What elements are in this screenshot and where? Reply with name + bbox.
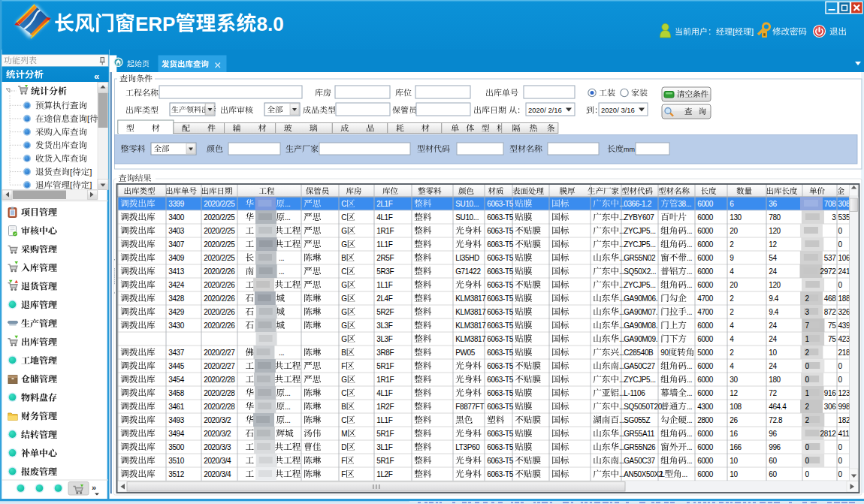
svg-text:423: 423: [838, 335, 851, 343]
svg-text:2: 2: [730, 308, 734, 316]
svg-text:780: 780: [769, 213, 781, 222]
svg-text:ERP: ERP: [135, 13, 175, 35]
svg-text:L: L: [660, 470, 665, 478]
svg-text:6063-T5: 6063-T5: [487, 254, 514, 262]
svg-text:130: 130: [730, 213, 742, 222]
svg-text:0: 0: [838, 362, 843, 370]
svg-text:3400: 3400: [168, 213, 185, 222]
svg-text:6000: 6000: [697, 267, 714, 276]
svg-text:2020/2/25: 2020/2/25: [204, 240, 235, 249]
svg-text:3454: 3454: [168, 376, 185, 384]
svg-text:2812: 2812: [820, 430, 837, 438]
svg-text:3430: 3430: [168, 321, 185, 330]
svg-text:B: B: [341, 349, 346, 357]
svg-text:5R1F: 5R1F: [376, 362, 394, 370]
svg-text:4700: 4700: [697, 294, 714, 303]
svg-text:G71422: G71422: [455, 267, 481, 276]
svg-text:1L1F: 1L1F: [376, 281, 393, 289]
svg-text:6000: 6000: [697, 281, 714, 289]
svg-text:123: 123: [838, 389, 851, 397]
svg-text:ZYCJP5...: ZYCJP5...: [624, 240, 655, 249]
svg-text:...: ...: [285, 403, 290, 411]
svg-text:120: 120: [769, 281, 781, 289]
svg-text:GA90M07.: GA90M07.: [624, 308, 657, 316]
svg-text:2020/3/2: 2020/3/2: [204, 416, 231, 424]
svg-text:3445: 3445: [168, 362, 185, 370]
svg-text:KLM3817: KLM3817: [455, 335, 486, 343]
svg-text:3510: 3510: [168, 457, 185, 465]
svg-text:6063-T5: 6063-T5: [487, 443, 514, 451]
svg-text:6063-T5: 6063-T5: [487, 281, 514, 289]
svg-text:3494: 3494: [168, 430, 185, 438]
svg-text:2: 2: [805, 294, 810, 303]
svg-text:...: ...: [687, 308, 692, 316]
svg-text:...: ...: [687, 457, 692, 465]
svg-text:L-1106: L-1106: [624, 389, 645, 397]
svg-text:F: F: [341, 470, 346, 478]
svg-text:2020/2/26: 2020/2/26: [204, 267, 235, 276]
svg-text:...: ...: [687, 376, 692, 384]
svg-text:LT3P60: LT3P60: [455, 443, 480, 451]
svg-text:«: «: [94, 71, 99, 82]
svg-text:...: ...: [687, 416, 692, 424]
svg-text:F: F: [341, 362, 346, 370]
svg-text:ZYBY607: ZYBY607: [624, 213, 654, 222]
svg-text:6000: 6000: [697, 227, 714, 235]
svg-text:C: C: [341, 267, 346, 276]
svg-text:3461: 3461: [168, 403, 185, 411]
svg-text:2020/2/25: 2020/2/25: [204, 254, 235, 262]
svg-text:3409: 3409: [168, 254, 185, 262]
svg-text:C28540B: C28540B: [624, 349, 654, 357]
svg-text:6000: 6000: [697, 200, 714, 208]
svg-text:GR55N26: GR55N26: [624, 443, 656, 451]
svg-text:4L1F: 4L1F: [376, 213, 393, 222]
svg-text:2800: 2800: [697, 416, 714, 424]
svg-text:LI35HD: LI35HD: [455, 254, 479, 262]
svg-text:B: B: [341, 403, 346, 411]
svg-text:0: 0: [838, 281, 843, 289]
svg-text:2020/ 3/16: 2020/ 3/16: [601, 106, 635, 114]
svg-text:...: ...: [687, 254, 692, 262]
svg-text:6000: 6000: [697, 457, 714, 465]
svg-text:2L1F: 2L1F: [376, 200, 393, 208]
svg-text:G: G: [341, 376, 347, 384]
svg-text:2: 2: [805, 349, 810, 357]
svg-text:G: G: [341, 281, 347, 289]
svg-text:SG055Z: SG055Z: [624, 416, 650, 424]
svg-text:998: 998: [838, 403, 851, 411]
svg-text:6063-T5: 6063-T5: [487, 376, 514, 384]
svg-text:...: ...: [285, 200, 290, 208]
svg-text:439: 439: [838, 321, 851, 330]
svg-text:2L4F: 2L4F: [376, 294, 393, 303]
svg-text:3399: 3399: [168, 200, 185, 208]
svg-text:C: C: [341, 389, 346, 397]
svg-text:3L3F: 3L3F: [376, 335, 393, 343]
svg-text:10: 10: [769, 349, 777, 357]
svg-text:6063-T5: 6063-T5: [487, 349, 514, 357]
svg-text:12: 12: [730, 389, 738, 397]
svg-text:0: 0: [838, 470, 843, 478]
svg-text:72: 72: [769, 389, 777, 397]
svg-text:3458: 3458: [168, 389, 185, 397]
svg-text:16: 16: [730, 430, 738, 438]
svg-text:0: 0: [838, 240, 843, 249]
svg-text:24: 24: [769, 321, 777, 330]
svg-text:916: 916: [824, 389, 837, 397]
svg-text:6000: 6000: [697, 240, 714, 249]
svg-text:4: 4: [730, 267, 734, 276]
svg-text:3512: 3512: [168, 470, 185, 478]
svg-text:0: 0: [838, 443, 843, 451]
svg-text:4700: 4700: [697, 308, 714, 316]
svg-text:326: 326: [838, 308, 851, 316]
svg-text:5R3F: 5R3F: [376, 267, 394, 276]
svg-text:6063-T5: 6063-T5: [487, 240, 514, 249]
svg-text:...: ...: [687, 362, 692, 370]
svg-text:2020/2/25: 2020/2/25: [204, 227, 235, 235]
svg-text:9.4: 9.4: [769, 294, 779, 303]
svg-text:166: 166: [730, 443, 742, 451]
svg-text:5R1F: 5R1F: [376, 457, 394, 465]
svg-text:2: 2: [805, 403, 810, 411]
svg-text:6: 6: [730, 200, 734, 208]
svg-text:60: 60: [769, 457, 777, 465]
svg-text:0: 0: [838, 227, 843, 235]
